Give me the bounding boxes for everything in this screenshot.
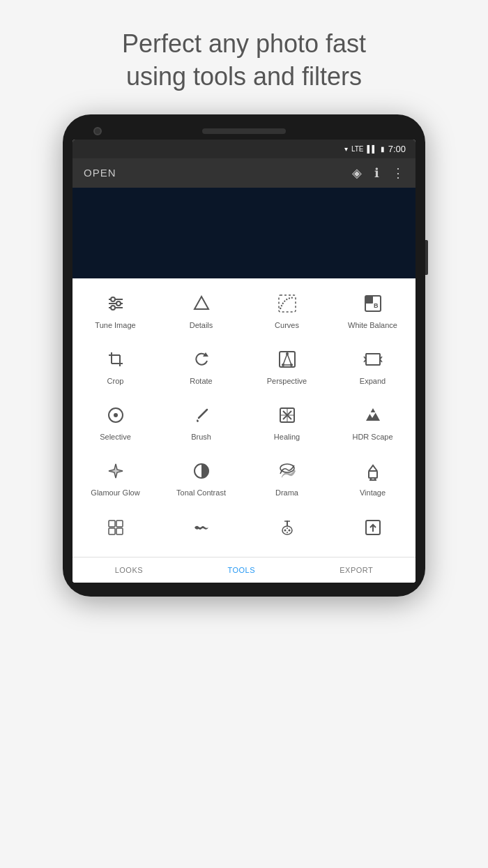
vintage-icon bbox=[363, 461, 383, 484]
tool-brush[interactable]: Brush bbox=[158, 396, 244, 451]
tool-curves[interactable]: Curves bbox=[244, 284, 330, 340]
tool-glamour-glow[interactable]: Glamour Glow bbox=[73, 451, 158, 507]
svg-rect-7 bbox=[279, 295, 296, 312]
power-button bbox=[425, 240, 428, 275]
glamour-glow-icon bbox=[106, 461, 125, 484]
perspective-icon bbox=[277, 350, 297, 372]
curves-label: Curves bbox=[275, 320, 299, 330]
white-balance-icon: B bbox=[363, 294, 383, 316]
svg-line-26 bbox=[199, 410, 207, 418]
rotate-label: Rotate bbox=[190, 376, 212, 386]
camera-icon bbox=[93, 127, 102, 135]
hdr-scape-label: HDR Scape bbox=[352, 432, 392, 442]
status-bar: ▾ LTE ▌▌ ▮ 7:00 bbox=[73, 140, 415, 158]
tool-perspective[interactable]: Perspective bbox=[244, 340, 330, 396]
guitar-icon bbox=[277, 518, 297, 540]
more-icon[interactable]: ⋮ bbox=[392, 165, 404, 181]
lte-icon: LTE bbox=[351, 145, 364, 153]
info-icon[interactable]: ℹ bbox=[374, 165, 379, 181]
nav-export-label: EXPORT bbox=[340, 566, 373, 574]
tool-mustache[interactable] bbox=[158, 508, 244, 554]
export-row-icon bbox=[363, 518, 383, 540]
svg-rect-42 bbox=[109, 528, 115, 534]
rotate-icon bbox=[192, 350, 211, 372]
svg-point-3 bbox=[111, 297, 115, 301]
svg-point-48 bbox=[288, 529, 290, 531]
battery-icon: ▮ bbox=[381, 145, 385, 153]
speaker bbox=[202, 128, 286, 134]
status-time: 7:00 bbox=[388, 144, 406, 154]
white-balance-label: White Balance bbox=[348, 320, 397, 330]
nav-looks[interactable]: LOOKS bbox=[115, 566, 143, 574]
tool-rotate[interactable]: Rotate bbox=[158, 340, 244, 396]
tool-selective[interactable]: Selective bbox=[73, 396, 158, 451]
tool-looks-icon-row[interactable] bbox=[73, 508, 158, 554]
drama-icon bbox=[277, 461, 297, 484]
expand-label: Expand bbox=[360, 376, 386, 386]
tune-image-icon bbox=[106, 294, 125, 316]
app-toolbar: OPEN ◈ ℹ ⋮ bbox=[73, 158, 415, 188]
nav-export[interactable]: EXPORT bbox=[340, 566, 373, 574]
tool-white-balance[interactable]: B White Balance bbox=[330, 284, 415, 340]
mustache-icon bbox=[192, 518, 211, 540]
hdr-scape-icon bbox=[363, 405, 383, 428]
tools-grid: Tune Image Details bbox=[73, 284, 415, 554]
tune-image-label: Tune Image bbox=[95, 320, 135, 330]
glamour-glow-label: Glamour Glow bbox=[91, 488, 139, 497]
tools-panel: Tune Image Details bbox=[73, 278, 415, 583]
phone-top bbox=[73, 128, 415, 134]
svg-point-47 bbox=[284, 529, 286, 531]
headline: Perfect any photo fast using tools and f… bbox=[80, 0, 408, 114]
layers-icon[interactable]: ◈ bbox=[352, 165, 362, 181]
open-button[interactable]: OPEN bbox=[84, 167, 116, 179]
healing-icon bbox=[277, 405, 297, 428]
expand-icon bbox=[363, 350, 383, 372]
svg-point-4 bbox=[116, 301, 121, 306]
curves-icon bbox=[277, 294, 297, 316]
perspective-label: Perspective bbox=[267, 376, 307, 386]
selective-icon bbox=[106, 405, 125, 428]
svg-rect-36 bbox=[369, 471, 377, 478]
tool-guitar[interactable] bbox=[244, 508, 330, 554]
svg-rect-41 bbox=[116, 521, 123, 527]
looks-row-icon bbox=[106, 518, 125, 540]
tool-vintage[interactable]: Vintage bbox=[330, 451, 415, 507]
tool-details[interactable]: Details bbox=[158, 284, 244, 340]
tool-export-icon-row[interactable] bbox=[330, 508, 415, 554]
tool-tonal-contrast[interactable]: Tonal Contrast bbox=[158, 451, 244, 507]
photo-area bbox=[73, 188, 415, 278]
healing-label: Healing bbox=[274, 432, 300, 442]
svg-point-49 bbox=[287, 527, 288, 529]
brush-label: Brush bbox=[191, 432, 211, 442]
crop-icon bbox=[106, 350, 125, 372]
drama-label: Drama bbox=[275, 488, 298, 497]
svg-point-19 bbox=[290, 364, 293, 366]
svg-marker-6 bbox=[195, 297, 208, 309]
details-icon bbox=[192, 294, 211, 316]
svg-point-20 bbox=[286, 352, 289, 355]
phone-frame: ▾ LTE ▌▌ ▮ 7:00 OPEN ◈ ℹ ⋮ bbox=[63, 114, 425, 597]
tool-healing[interactable]: Healing bbox=[244, 396, 330, 451]
tool-tune-image[interactable]: Tune Image bbox=[73, 284, 158, 340]
screen: ▾ LTE ▌▌ ▮ 7:00 OPEN ◈ ℹ ⋮ bbox=[73, 140, 415, 583]
svg-point-44 bbox=[282, 526, 292, 534]
brush-icon bbox=[192, 405, 211, 428]
nav-tools[interactable]: TOOLS bbox=[227, 566, 255, 574]
tool-expand[interactable]: Expand bbox=[330, 340, 415, 396]
nav-looks-label: LOOKS bbox=[115, 566, 143, 574]
svg-rect-43 bbox=[116, 528, 123, 534]
svg-rect-21 bbox=[366, 354, 380, 365]
tool-drama[interactable]: Drama bbox=[244, 451, 330, 507]
bottom-nav: LOOKS TOOLS EXPORT bbox=[73, 557, 415, 583]
selective-label: Selective bbox=[100, 432, 131, 442]
crop-label: Crop bbox=[107, 376, 124, 386]
tonal-contrast-label: Tonal Contrast bbox=[176, 488, 226, 497]
tonal-contrast-icon bbox=[192, 461, 211, 484]
tool-crop[interactable]: Crop bbox=[73, 340, 158, 396]
svg-point-18 bbox=[282, 364, 284, 366]
nav-tools-label: TOOLS bbox=[227, 566, 255, 574]
svg-rect-9 bbox=[365, 296, 373, 304]
status-icons: ▾ LTE ▌▌ ▮ 7:00 bbox=[344, 144, 406, 154]
wifi-icon: ▾ bbox=[344, 145, 348, 153]
tool-hdr-scape[interactable]: HDR Scape bbox=[330, 396, 415, 451]
